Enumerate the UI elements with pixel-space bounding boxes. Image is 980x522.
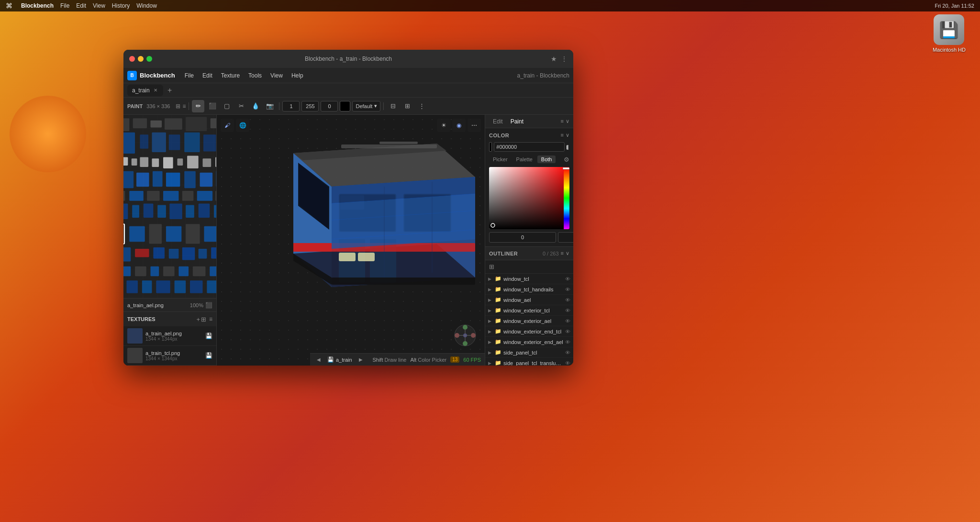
bottom-nav-left[interactable]: ◀ xyxy=(314,355,323,365)
menubar-window[interactable]: Window xyxy=(136,2,157,9)
both-tab[interactable]: Both xyxy=(537,155,556,163)
vp-paint-mode-btn[interactable]: 🖌 xyxy=(221,119,234,132)
textures-menu-icon[interactable]: ≡ xyxy=(209,316,212,323)
maximize-button[interactable] xyxy=(146,56,152,62)
outliner-item-window-exterior-end-tcl[interactable]: ▶ 📁 window_exterior_end_tcl 👁 xyxy=(485,326,573,337)
tab-add-button[interactable]: + xyxy=(165,86,175,95)
vp-perspective-btn[interactable]: ◉ xyxy=(452,119,466,132)
svg-rect-63 xyxy=(135,249,149,257)
menubar-edit[interactable]: Edit xyxy=(76,2,86,9)
opacity-input[interactable] xyxy=(301,101,319,111)
menubar-file[interactable]: File xyxy=(60,2,69,9)
outliner-view-icon[interactable]: ⊞ xyxy=(489,263,494,270)
outliner-item-window-exterior-end-ael[interactable]: ▶ 📁 window_exterior_end_ael 👁 xyxy=(485,337,573,347)
menu-edit[interactable]: Edit xyxy=(199,71,216,80)
color-hex-input[interactable] xyxy=(494,142,565,152)
menu-texture[interactable]: Texture xyxy=(217,71,244,80)
outliner-item-window-tcl-handrails[interactable]: ▶ 📁 window_tcl_handrails 👁 xyxy=(485,284,573,295)
menubar-view[interactable]: View xyxy=(93,2,105,9)
color-r-input[interactable] xyxy=(489,232,556,243)
vp-mode-btn[interactable]: ☀ xyxy=(437,119,450,132)
title-star-icon[interactable]: ★ xyxy=(551,55,557,63)
toolbar-expand-icon[interactable]: ⊞ xyxy=(176,103,180,110)
tab-close-button[interactable]: ✕ xyxy=(153,88,158,93)
outliner-eye-7[interactable]: 👁 xyxy=(565,350,570,355)
toolbar-paint-label: PAINT xyxy=(127,103,143,109)
viewport[interactable]: ☀ ◉ ⋯ 🖌 🌐 xyxy=(217,115,485,366)
color-swatch-main[interactable] xyxy=(489,142,492,152)
title-more-icon[interactable]: ⋮ xyxy=(561,55,568,63)
outliner-eye-0[interactable]: 👁 xyxy=(565,276,570,282)
vp-more-btn[interactable]: ⋯ xyxy=(468,119,481,132)
paint-tab[interactable]: Paint xyxy=(507,117,527,126)
menu-file[interactable]: File xyxy=(181,71,198,80)
outliner-name-3: window_exterior_tcl xyxy=(503,308,563,313)
texture-save-ael[interactable]: 💾 xyxy=(205,333,212,339)
outliner-item-window-ael[interactable]: ▶ 📁 window_ael 👁 xyxy=(485,295,573,305)
menu-tools[interactable]: Tools xyxy=(245,71,266,80)
texture-item-tcl[interactable]: a_train_tcl.png 1344 × 1344px 💾 xyxy=(123,346,216,366)
add-texture-from-file-button[interactable]: ⊞ xyxy=(201,316,206,323)
outliner-eye-5[interactable]: 👁 xyxy=(565,329,570,334)
outliner-eye-8[interactable]: 👁 xyxy=(565,360,570,366)
texture-menu-icon[interactable]: ⬛ xyxy=(205,302,212,309)
mode-dropdown[interactable]: Default ▾ xyxy=(352,101,380,111)
outliner-eye-2[interactable]: 👁 xyxy=(565,297,570,303)
outliner-eye-4[interactable]: 👁 xyxy=(565,318,570,324)
add-texture-button[interactable]: + xyxy=(196,316,200,323)
apple-menu[interactable]: ⌘ xyxy=(6,2,12,10)
grid-btn-1[interactable]: ⊟ xyxy=(387,100,399,112)
outliner-name-0: window_tcl xyxy=(503,276,563,282)
color-settings-icon[interactable]: ⚙ xyxy=(564,156,569,163)
outliner-expand-icon[interactable]: ∨ xyxy=(566,250,569,256)
edit-tab[interactable]: Edit xyxy=(489,117,507,126)
palette-tab[interactable]: Palette xyxy=(512,155,536,163)
picker-tab[interactable]: Picker xyxy=(489,155,512,163)
size-input[interactable] xyxy=(282,101,300,111)
panel-minimize-icon[interactable]: ≡ xyxy=(561,118,564,124)
panel-close-icon[interactable]: ∨ xyxy=(566,118,569,124)
outliner-eye-3[interactable]: 👁 xyxy=(565,308,570,313)
tab-a-train[interactable]: a_train ✕ xyxy=(127,85,163,96)
color-g-input[interactable] xyxy=(558,232,573,243)
bottom-nav-right[interactable]: ▶ xyxy=(356,355,366,365)
color-expand-icon[interactable]: ∨ xyxy=(566,132,569,138)
grid-btn-2[interactable]: ⊞ xyxy=(401,100,413,112)
outliner-eye-6[interactable]: 👁 xyxy=(565,339,570,345)
menubar-history[interactable]: History xyxy=(112,2,130,9)
color-preview[interactable] xyxy=(340,101,350,111)
color-picker-area[interactable] xyxy=(489,167,569,229)
menubar-app-name[interactable]: Blockbench xyxy=(21,2,54,9)
outliner-item-window-exterior-tcl[interactable]: ▶ 📁 window_exterior_tcl 👁 xyxy=(485,305,573,316)
fill-tool-button[interactable]: ⬛ xyxy=(206,100,219,112)
shift-hint: Shift Draw line xyxy=(372,357,406,363)
color-menu-icon[interactable]: ≡ xyxy=(561,132,564,138)
screenshot-tool-button[interactable]: 📷 xyxy=(264,100,276,112)
minimize-button[interactable] xyxy=(138,56,144,62)
outliner-menu-icon[interactable]: ≡ xyxy=(561,250,564,256)
texture-item-ael[interactable]: a_train_ael.png 1344 × 1344px 💾 xyxy=(123,326,216,346)
close-button[interactable] xyxy=(129,56,135,62)
color-tabs: Picker Palette Both ⚙ xyxy=(489,155,569,163)
menu-view[interactable]: View xyxy=(267,71,287,80)
outliner-item-side-panel-tcl[interactable]: ▶ 📁 side_panel_tcl 👁 xyxy=(485,347,573,358)
texture-save-tcl[interactable]: 💾 xyxy=(205,352,212,359)
vp-globe-btn[interactable]: 🌐 xyxy=(236,119,249,132)
extra-input[interactable] xyxy=(321,101,338,111)
outliner-eye-1[interactable]: 👁 xyxy=(565,287,570,292)
svg-rect-49 xyxy=(169,204,182,219)
svg-rect-75 xyxy=(178,267,189,277)
desktop-icon-macintosh-hd[interactable]: 💾 Macintosh HD xyxy=(933,14,966,53)
erase-tool-button[interactable]: ▢ xyxy=(221,100,233,112)
outliner-item-side-panel-tcl-translucent[interactable]: ▶ 📁 side_panel_tcl_translucent 👁 xyxy=(485,358,573,366)
dropper-tool-button[interactable]: 💧 xyxy=(249,100,262,112)
svg-rect-6 xyxy=(133,118,147,128)
more-btn[interactable]: ⋮ xyxy=(415,100,428,112)
texture-canvas-area[interactable] xyxy=(123,115,216,298)
toolbar-list-icon[interactable]: ≡ xyxy=(182,103,186,110)
menu-help[interactable]: Help xyxy=(288,71,307,80)
outliner-item-window-tcl[interactable]: ▶ 📁 window_tcl 👁 xyxy=(485,274,573,284)
pencil-tool-button[interactable]: ✏ xyxy=(192,100,204,112)
eraser-tool-button[interactable]: ✂ xyxy=(235,100,247,112)
outliner-item-window-exterior-ael[interactable]: ▶ 📁 window_exterior_ael 👁 xyxy=(485,316,573,326)
